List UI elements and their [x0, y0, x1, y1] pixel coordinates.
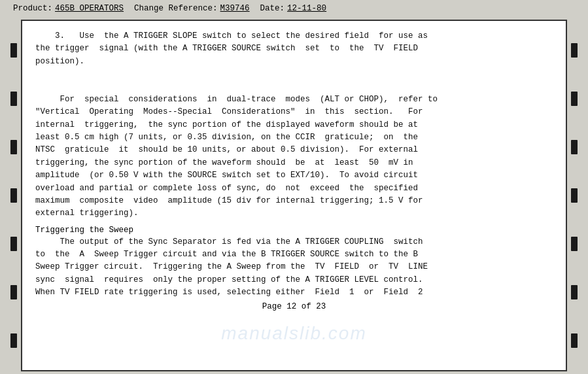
margin-mark-1 — [10, 43, 17, 58]
page-number: Page 12 of 23 — [35, 302, 553, 311]
margin-mark-5 — [10, 237, 17, 251]
margin-mark-6 — [10, 285, 17, 299]
right-margin-mark-3 — [571, 140, 578, 154]
paragraph-2: The output of the Sync Separator is fed … — [35, 236, 553, 299]
left-margin — [7, 20, 21, 371]
section-title: Triggering the Sweep — [35, 226, 553, 235]
product-value: 465B OPERATORS — [55, 4, 124, 13]
margin-mark-3 — [10, 140, 17, 154]
watermark: manualslib.com — [221, 323, 367, 344]
change-label: Change Reference: — [134, 4, 218, 13]
header-bar: Product: 465B OPERATORS Change Reference… — [0, 0, 588, 17]
right-margin-mark-6 — [571, 285, 578, 299]
date-value: 12-11-80 — [287, 4, 326, 13]
right-margin-mark-1 — [571, 43, 578, 58]
right-margin — [567, 20, 581, 371]
content-box: 3. Use the A TRIGGER SLOPE switch to sel… — [21, 20, 567, 371]
right-margin-mark-7 — [571, 333, 578, 348]
margin-mark-2 — [10, 92, 17, 106]
right-margin-mark-4 — [571, 188, 578, 203]
page-container: Product: 465B OPERATORS Change Reference… — [0, 0, 588, 374]
margin-mark-7 — [10, 333, 17, 348]
date-label: Date: — [260, 4, 285, 13]
margin-mark-4 — [10, 188, 17, 203]
product-label: Product: — [13, 4, 52, 13]
change-value: M39746 — [220, 4, 250, 13]
main-area: 3. Use the A TRIGGER SLOPE switch to sel… — [0, 17, 588, 374]
paragraph-1: 3. Use the A TRIGGER SLOPE switch to sel… — [35, 30, 553, 220]
right-margin-mark-5 — [571, 237, 578, 251]
right-margin-mark-2 — [571, 92, 578, 106]
